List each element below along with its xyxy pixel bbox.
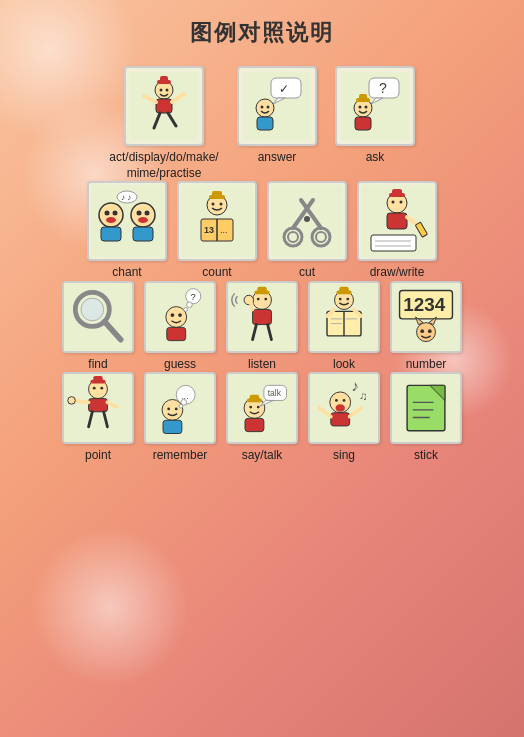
svg-rect-26	[355, 117, 371, 130]
card-img-point	[62, 372, 134, 444]
svg-rect-88	[257, 287, 266, 293]
card-label-remember: remember	[153, 448, 208, 464]
svg-text:?: ?	[190, 291, 195, 302]
svg-point-18	[267, 106, 270, 109]
svg-rect-45	[212, 191, 222, 197]
card-label-guess: guess	[164, 357, 196, 373]
svg-point-107	[339, 297, 342, 300]
svg-point-59	[304, 216, 310, 222]
card-label-look: look	[333, 357, 355, 373]
svg-line-91	[251, 302, 253, 310]
svg-point-128	[100, 387, 103, 390]
svg-point-17	[261, 106, 264, 109]
row-2: ♪ ♪ chant	[87, 181, 437, 281]
card-remember: ... remember	[144, 372, 216, 464]
card-label-stick: stick	[414, 448, 438, 464]
card-label-number: number	[406, 357, 447, 373]
card-count: 13 ... count	[177, 181, 257, 281]
svg-point-108	[346, 297, 349, 300]
svg-point-30	[99, 203, 123, 227]
svg-rect-41	[133, 227, 153, 241]
svg-point-35	[145, 211, 150, 216]
card-img-act	[124, 66, 204, 146]
card-img-stick	[390, 372, 462, 444]
card-act: act/display/do/make/ mime/practise	[109, 66, 219, 181]
svg-point-136	[167, 408, 170, 411]
card-point: point	[62, 372, 134, 464]
card-find: find	[62, 281, 134, 373]
svg-text:13: 13	[204, 225, 214, 235]
svg-rect-153	[331, 413, 350, 426]
card-label-find: find	[88, 357, 107, 373]
svg-point-80	[187, 302, 193, 308]
svg-point-70	[392, 201, 395, 204]
svg-point-147	[257, 406, 260, 409]
svg-point-37	[138, 217, 148, 223]
svg-text:...: ...	[220, 225, 228, 235]
svg-point-28	[365, 106, 368, 109]
card-stick: stick	[390, 372, 462, 464]
row-1: act/display/do/make/ mime/practise ✓	[109, 66, 415, 181]
card-label-point: point	[85, 448, 111, 464]
svg-rect-120	[93, 376, 102, 382]
svg-rect-121	[89, 399, 108, 412]
card-label-listen: listen	[248, 357, 276, 373]
card-label-drawwrite: draw/write	[370, 265, 425, 281]
svg-point-112	[417, 322, 436, 341]
card-number: 1234 number	[390, 281, 462, 373]
card-saytalk: talk say/talk	[226, 372, 298, 464]
svg-point-50	[212, 203, 215, 206]
card-img-number: 1234	[390, 281, 462, 353]
svg-point-74	[81, 298, 104, 321]
svg-text:♫: ♫	[359, 391, 368, 403]
svg-rect-16	[257, 117, 273, 130]
svg-rect-64	[387, 213, 407, 229]
card-img-count: 13 ...	[177, 181, 257, 261]
svg-point-150	[336, 405, 345, 413]
card-ask: ? ask	[335, 66, 415, 181]
card-label-sing: sing	[333, 448, 355, 464]
svg-rect-40	[101, 227, 121, 241]
svg-point-10	[166, 89, 169, 92]
svg-point-133	[179, 405, 183, 409]
svg-text:♪: ♪	[352, 377, 360, 394]
card-img-sing: ♪ ♫	[308, 372, 380, 444]
card-chant: ♪ ♪ chant	[87, 181, 167, 281]
svg-point-156	[335, 399, 338, 402]
card-sing: ♪ ♫ sing	[308, 372, 380, 464]
svg-point-31	[131, 203, 155, 227]
card-label-ask: ask	[366, 150, 385, 166]
svg-point-116	[428, 329, 432, 333]
svg-rect-135	[163, 421, 182, 434]
card-label-saytalk: say/talk	[242, 448, 283, 464]
card-label-cut: cut	[299, 265, 315, 281]
svg-point-34	[137, 211, 142, 216]
svg-point-123	[68, 397, 76, 405]
svg-text:1234: 1234	[403, 294, 445, 315]
card-img-saytalk: talk	[226, 372, 298, 444]
svg-point-9	[160, 89, 163, 92]
card-img-guess: ?	[144, 281, 216, 353]
card-drawwrite: draw/write	[357, 181, 437, 281]
svg-point-93	[264, 297, 267, 300]
card-img-drawwrite	[357, 181, 437, 261]
row-4: point ...	[62, 372, 462, 464]
svg-point-157	[343, 399, 346, 402]
svg-point-32	[105, 211, 110, 216]
svg-rect-4	[156, 99, 172, 113]
page-title: 图例对照说明	[190, 18, 334, 48]
svg-rect-99	[339, 287, 348, 293]
svg-point-33	[113, 211, 118, 216]
svg-point-92	[257, 297, 260, 300]
svg-point-81	[184, 307, 188, 311]
svg-point-71	[400, 201, 403, 204]
svg-text:?: ?	[379, 80, 387, 96]
card-img-chant: ♪ ♪	[87, 181, 167, 261]
card-answer: ✓ answer	[237, 66, 317, 181]
svg-point-15	[256, 99, 274, 117]
svg-text:talk: talk	[268, 388, 282, 398]
svg-text:✓: ✓	[279, 82, 289, 96]
svg-rect-25	[359, 94, 367, 100]
card-label-act: act/display/do/make/ mime/practise	[109, 150, 219, 181]
card-look: look	[308, 281, 380, 373]
